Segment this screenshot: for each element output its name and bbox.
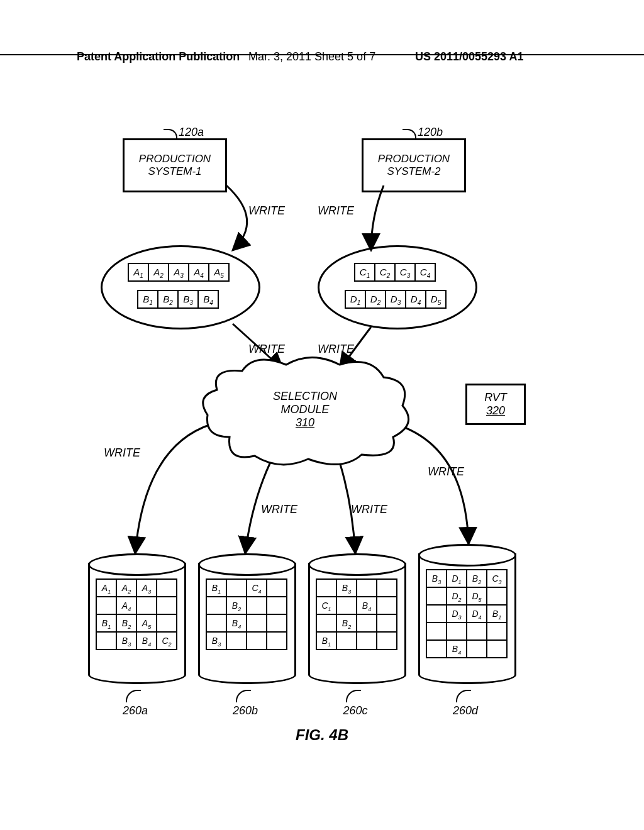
grid-cell — [227, 633, 247, 650]
grid-row — [426, 623, 508, 641]
grid-cell: B2 — [337, 615, 357, 633]
production-system-2: PRODUCTION SYSTEM-2 — [362, 138, 466, 192]
log-cell: A2 — [149, 263, 169, 282]
cyl-label-260a: 260a — [88, 704, 182, 717]
grid-cell — [357, 578, 377, 597]
grid-cell — [447, 623, 467, 641]
grid-row: B4 — [206, 615, 287, 633]
grid-row: B1 — [316, 633, 397, 650]
grid-cell — [377, 615, 397, 633]
grid-row: A4 — [96, 597, 177, 615]
grid-cell — [157, 615, 177, 633]
log-group-left: A1A2A3A4A5 B1B2B3B4 — [101, 245, 260, 329]
write-label-6: WRITE — [261, 503, 297, 516]
grid-cell — [316, 615, 337, 633]
leader-hook-icon — [456, 690, 471, 702]
log-cell: B4 — [199, 290, 219, 309]
grid-cell: B1 — [316, 633, 337, 650]
grid-cell: D2 — [447, 588, 467, 606]
grid-cell: B3 — [117, 633, 137, 650]
prod2-line1: PRODUCTION — [364, 153, 464, 165]
grid-cell — [377, 578, 397, 597]
selection-module-label: SELECTION MODULE 310 — [198, 390, 412, 429]
selection-line1: SELECTION — [198, 390, 412, 403]
grid-cell: B3 — [206, 633, 227, 650]
grid-cell: B1 — [487, 606, 508, 623]
log-cell: A4 — [189, 263, 209, 282]
grid-cell — [267, 633, 287, 650]
grid-cell — [316, 578, 337, 597]
log-cell: A3 — [169, 263, 189, 282]
grid-cell — [247, 597, 267, 615]
grid-cell — [357, 633, 377, 650]
grid-cell: A2 — [117, 578, 137, 597]
grid-row: D2D5 — [426, 588, 508, 606]
leader-hook-icon — [346, 690, 361, 702]
grid-cell: D5 — [467, 588, 487, 606]
log-cell: C2 — [375, 263, 396, 282]
grid-cell — [377, 597, 397, 615]
leader-hook-icon — [236, 690, 251, 702]
grid-cell — [267, 597, 287, 615]
grid-cell — [426, 641, 447, 658]
log-cell: D2 — [366, 290, 386, 309]
log-cell: D1 — [345, 290, 366, 309]
grid-cell: B2 — [227, 597, 247, 615]
cylinder-top-icon — [198, 553, 296, 576]
grid-cell — [337, 597, 357, 615]
header-right: US 2011/0055293 A1 — [415, 50, 523, 64]
grid-cell: B3 — [426, 569, 447, 588]
page: Patent Application Publication Mar. 3, 2… — [0, 0, 644, 830]
grid-row: B3D1B2C3 — [426, 569, 508, 588]
grid-cell: B1 — [96, 615, 117, 633]
grid-cell — [467, 641, 487, 658]
prod2-line2: SYSTEM-2 — [364, 165, 464, 178]
log-group-right: C1C2C3C4 D1D2D3D4D5 — [318, 245, 477, 329]
write-label-4: WRITE — [318, 343, 354, 356]
cyl-label-260d: 260d — [418, 704, 513, 717]
grid-row: B1B2A5 — [96, 615, 177, 633]
cylinder-top-icon — [88, 553, 186, 576]
selection-line2: MODULE — [198, 403, 412, 416]
grid-cell: B2 — [117, 615, 137, 633]
leader-hook-icon — [126, 690, 141, 702]
grid-row: B4 — [426, 641, 508, 658]
row-d: D1D2D3D4D5 — [345, 290, 447, 309]
grid-cell: C3 — [487, 569, 508, 588]
selection-module-cloud: SELECTION MODULE 310 — [198, 355, 412, 468]
log-cell: C4 — [416, 263, 436, 282]
grid-cell: C4 — [247, 578, 267, 597]
log-cell: D5 — [426, 290, 447, 309]
rvt-label: RVT — [467, 391, 524, 404]
grid-cell: B1 — [206, 578, 227, 597]
grid-cell: B4 — [447, 641, 467, 658]
prod1-line2: SYSTEM-1 — [125, 165, 225, 178]
ref-120a: 120a — [164, 126, 204, 139]
grid-row: D3D4B1 — [426, 606, 508, 623]
row-b: B1B2B3B4 — [137, 290, 219, 309]
grid-cell — [157, 597, 177, 615]
grid-cell — [206, 615, 227, 633]
row-c: C1C2C3C4 — [354, 263, 436, 282]
grid-row: B3B4C2 — [96, 633, 177, 650]
grid-cell: A4 — [117, 597, 137, 615]
grid-cell — [487, 641, 508, 658]
grid-cell — [206, 597, 227, 615]
grid-cell — [467, 623, 487, 641]
write-label-7: WRITE — [351, 503, 387, 516]
figure-diagram: 120a 120b PRODUCTION SYSTEM-1 PRODUCTION… — [0, 75, 644, 767]
grid-cell — [247, 615, 267, 633]
grid-cell — [96, 597, 117, 615]
cylinder-top-icon — [418, 544, 516, 567]
grid-cell — [267, 578, 287, 597]
grid-cell: D4 — [467, 606, 487, 623]
grid-cell — [487, 623, 508, 641]
grid-cell: B4 — [357, 597, 377, 615]
rvt-box: RVT 320 — [465, 384, 526, 425]
grid-cell — [337, 633, 357, 650]
grid-row: B2 — [206, 597, 287, 615]
log-cell: B1 — [137, 290, 158, 309]
rvt-num: 320 — [467, 404, 524, 418]
grid-cell — [426, 588, 447, 606]
log-cell: D3 — [386, 290, 406, 309]
